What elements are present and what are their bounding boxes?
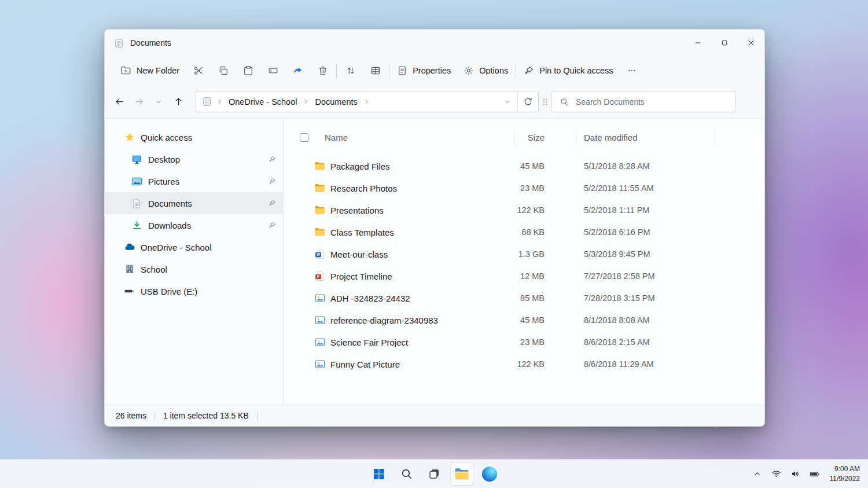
image-file-icon bbox=[314, 337, 325, 348]
file-name: Science Fair Project bbox=[330, 337, 408, 347]
search-input[interactable] bbox=[576, 97, 729, 107]
edge-browser-button[interactable] bbox=[478, 463, 501, 486]
file-row-packaged-files[interactable]: Packaged Files 45 MB 5/1/2018 8:28 AM bbox=[284, 155, 764, 177]
file-size: 122 KB bbox=[514, 206, 575, 215]
file-explorer-window: Documents New Folder bbox=[104, 29, 765, 427]
sidebar-item-label: Desktop bbox=[148, 155, 180, 164]
new-folder-label: New Folder bbox=[137, 66, 179, 75]
sidebar-item-quick-access[interactable]: Quick access bbox=[105, 126, 283, 148]
wifi-icon[interactable] bbox=[769, 465, 784, 483]
file-row-project-timeline[interactable]: Project Timeline 12 MB 7/27/2018 2:58 PM bbox=[284, 265, 764, 287]
minimize-button[interactable] bbox=[685, 30, 711, 56]
desktop-icon bbox=[131, 154, 142, 165]
view-grid-button[interactable] bbox=[363, 60, 388, 81]
new-folder-button[interactable]: New Folder bbox=[114, 61, 186, 80]
file-explorer-taskbar-button[interactable] bbox=[450, 463, 473, 486]
sort-button[interactable] bbox=[338, 60, 363, 81]
task-view-button[interactable] bbox=[422, 463, 446, 486]
maximize-button[interactable] bbox=[711, 30, 738, 56]
search-icon bbox=[560, 97, 569, 107]
star-icon bbox=[124, 132, 135, 143]
recent-locations-button[interactable] bbox=[149, 92, 168, 112]
file-name: Project Timeline bbox=[330, 271, 392, 281]
taskbar-clock[interactable]: 9:00 AM 11/9/2022 bbox=[830, 464, 860, 483]
battery-icon[interactable] bbox=[807, 465, 822, 483]
refresh-button[interactable] bbox=[517, 91, 538, 112]
tray-expand-chevron[interactable] bbox=[750, 465, 765, 483]
file-name: Research Photos bbox=[330, 184, 397, 193]
pinned-icon bbox=[269, 156, 276, 163]
properties-label: Properties bbox=[413, 66, 451, 75]
status-bar: 26 items 1 item selected 13.5 KB bbox=[105, 405, 764, 426]
file-date-modified: 5/3/2018 9:45 PM bbox=[575, 249, 764, 259]
pin-to-quick-access-button[interactable]: Pin to Quick access bbox=[517, 61, 619, 80]
sidebar-item-desktop[interactable]: Desktop bbox=[105, 148, 283, 170]
file-row-funny-cat-picture[interactable]: Funny Cat Picture 122 KB 8/6/2018 11:29 … bbox=[284, 353, 764, 375]
folder-icon bbox=[314, 183, 325, 194]
file-row-class-templates[interactable]: Class Templates 68 KB 5/2/2018 6:16 PM bbox=[284, 221, 764, 243]
sidebar-item-label: School bbox=[141, 265, 167, 274]
window-controls bbox=[685, 30, 764, 56]
forward-button[interactable] bbox=[129, 92, 149, 112]
column-divider[interactable] bbox=[514, 130, 514, 145]
navigation-pane: Quick access Desktop Pictures bbox=[105, 119, 284, 405]
breadcrumb-documents[interactable]: Documents bbox=[310, 94, 362, 110]
column-divider[interactable] bbox=[715, 130, 715, 145]
taskbar-search-button[interactable] bbox=[395, 463, 418, 486]
select-all-checkbox[interactable] bbox=[300, 133, 308, 142]
file-list: Packaged Files 45 MB 5/1/2018 8:28 AM Re… bbox=[284, 155, 764, 375]
close-button[interactable] bbox=[738, 30, 764, 56]
column-divider[interactable] bbox=[575, 130, 575, 145]
breadcrumb-bar[interactable]: OneDrive - School Documents bbox=[196, 91, 539, 112]
file-row-science-fair-project[interactable]: Science Fair Project 23 MB 8/6/2018 2:15… bbox=[284, 331, 764, 353]
sidebar-item-school[interactable]: School bbox=[105, 258, 283, 280]
file-row-research-photos[interactable]: Research Photos 23 MB 5/2/2018 11:55 AM bbox=[284, 177, 764, 199]
file-row-meet-our-class[interactable]: Meet-our-class 1.3 GB 5/3/2018 9:45 PM bbox=[284, 243, 764, 265]
file-list-pane: Name Size Date modified Packaged Files 4… bbox=[284, 119, 764, 405]
rename-button[interactable] bbox=[260, 60, 285, 81]
file-size: 23 MB bbox=[514, 184, 575, 193]
up-button[interactable] bbox=[168, 92, 188, 112]
start-button[interactable] bbox=[367, 463, 390, 486]
sidebar-item-pictures[interactable]: Pictures bbox=[105, 170, 283, 192]
breadcrumb-onedrive-school[interactable]: OneDrive - School bbox=[224, 94, 301, 110]
file-row-presentations[interactable]: Presentations 122 KB 5/2/2018 1:11 PM bbox=[284, 199, 764, 221]
volume-icon[interactable] bbox=[788, 465, 803, 483]
delete-button[interactable] bbox=[310, 60, 335, 81]
column-header-size[interactable]: Size bbox=[514, 133, 575, 142]
sidebar-item-label: OneDrive - School bbox=[141, 243, 212, 252]
sidebar-item-usb-drive[interactable]: USB Drive (E:) bbox=[105, 280, 283, 302]
file-date-modified: 7/28/2018 3:15 PM bbox=[575, 293, 764, 303]
command-toolbar: New Folder bbox=[105, 56, 764, 85]
more-options-button[interactable] bbox=[620, 60, 645, 81]
options-button[interactable]: Options bbox=[457, 61, 514, 80]
back-button[interactable] bbox=[109, 92, 129, 112]
window-title: Documents bbox=[130, 38, 171, 47]
sidebar-item-downloads[interactable]: Downloads bbox=[105, 214, 283, 236]
sidebar-item-label: USB Drive (E:) bbox=[141, 287, 197, 296]
pinned-icon bbox=[269, 200, 276, 207]
toolbar-divider bbox=[336, 64, 337, 78]
address-dropdown-button[interactable] bbox=[498, 91, 517, 112]
chevron-right-icon bbox=[215, 98, 224, 105]
image-file-icon bbox=[314, 293, 325, 304]
properties-button[interactable]: Properties bbox=[391, 61, 457, 80]
sidebar-item-onedrive-school[interactable]: OneDrive - School bbox=[105, 236, 283, 258]
pin-to-quick-access-label: Pin to Quick access bbox=[539, 66, 613, 75]
cut-button[interactable] bbox=[186, 60, 211, 81]
column-header-date-modified[interactable]: Date modified bbox=[575, 133, 764, 142]
address-bar: OneDrive - School Documents bbox=[105, 85, 764, 119]
share-button[interactable] bbox=[285, 60, 310, 81]
file-row-adh[interactable]: ADH -324823-24432 85 MB 7/28/2018 3:15 P… bbox=[284, 287, 764, 309]
sidebar-item-documents[interactable]: Documents bbox=[105, 192, 283, 214]
layout-toggle-button[interactable] bbox=[539, 92, 551, 112]
column-header-name[interactable]: Name bbox=[325, 133, 348, 142]
file-row-reference-diagram[interactable]: reference-diagram-2340983 45 MB 8/1/2018… bbox=[284, 309, 764, 331]
sidebar-item-label: Pictures bbox=[148, 177, 179, 186]
copy-button[interactable] bbox=[211, 60, 236, 81]
paste-button[interactable] bbox=[236, 60, 260, 81]
file-date-modified: 7/27/2018 2:58 PM bbox=[575, 271, 764, 281]
file-name: reference-diagram-2340983 bbox=[330, 315, 438, 325]
chevron-right-icon bbox=[301, 98, 310, 105]
file-name: Meet-our-class bbox=[330, 249, 388, 259]
